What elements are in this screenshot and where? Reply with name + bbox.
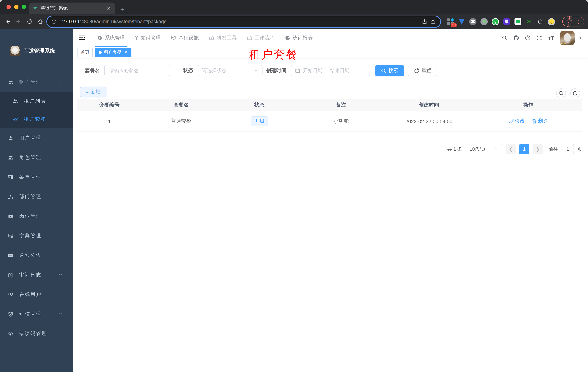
add-button[interactable]: + 新增 <box>80 86 106 97</box>
cell-package-name: 普通套餐 <box>142 111 220 131</box>
goto-page-input[interactable] <box>562 144 574 154</box>
browser-menu-icon[interactable]: ⋮ <box>576 19 581 24</box>
extension-record-icon[interactable] <box>481 18 488 25</box>
caret-down-icon[interactable]: ▼ <box>578 36 582 40</box>
table-header-row: 套餐编号 套餐名 状态 备注 创建时间 操作 <box>77 99 582 111</box>
tree-icon <box>8 194 13 200</box>
sidebar-item-tenant-list[interactable]: 租户列表 <box>0 92 73 110</box>
sidebar-item-sms-management[interactable]: 短信管理 ﹀ <box>0 304 73 324</box>
top-menu-dev-tools[interactable]: 研发工具 <box>204 29 242 47</box>
back-button[interactable] <box>4 16 11 27</box>
sidebar-item-notice[interactable]: 通知公告 <box>0 245 73 265</box>
address-bar[interactable]: 127.0.0.1:48080/admin-ui/system/tenant/p… <box>47 16 441 27</box>
end-date-placeholder[interactable]: 结束日期 <box>330 67 350 74</box>
sidebar-item-dict-management[interactable]: 字典管理 <box>0 226 73 245</box>
table-row: 111 普通套餐 开启 小功能 2022-02-22 00:54:00 修改 <box>77 111 582 131</box>
url-text[interactable]: 127.0.0.1:48080/admin-ui/system/tenant/p… <box>60 19 419 24</box>
top-menu-report[interactable]: 统计报表 <box>280 29 318 47</box>
delete-link[interactable]: 删除 <box>531 118 548 124</box>
site-info-icon[interactable] <box>52 19 57 24</box>
extension-grid-icon[interactable]: 10 <box>447 18 454 25</box>
status-select[interactable]: 请选择状态 ﹀ <box>198 65 262 76</box>
status-badge[interactable]: 开启 <box>251 116 268 127</box>
sidebar-item-label: 通知公告 <box>19 252 42 259</box>
edit-link[interactable]: 修改 <box>509 118 525 124</box>
sidebar-item-role-management[interactable]: 角色管理 <box>0 148 73 167</box>
sidebar-logo[interactable]: 芋道管理系统 <box>0 29 73 73</box>
extension-star-icon[interactable]: ✶ <box>525 18 533 25</box>
tag-home[interactable]: 首页 <box>77 48 93 57</box>
top-menu-pay[interactable]: ¥ 支付管理 <box>130 29 166 47</box>
window-controls[interactable] <box>7 5 26 9</box>
date-range-picker[interactable]: 开始日期 - 结束日期 <box>291 65 370 76</box>
share-icon[interactable] <box>422 19 427 24</box>
reload-button[interactable] <box>25 16 33 27</box>
lashes-icon <box>12 116 18 122</box>
sidebar-item-online-users[interactable]: 在线用户 <box>0 285 73 304</box>
sidebar-item-tenant-package[interactable]: 租户套餐 <box>0 110 73 128</box>
browser-update-button[interactable]: 更新 ⋮ <box>562 17 584 26</box>
sidebar-item-error-code[interactable]: 错误码管理 <box>0 324 73 343</box>
search-icon[interactable] <box>502 35 507 41</box>
favicon-sprout-icon <box>32 6 38 11</box>
page-title: 租户套餐 <box>249 47 298 62</box>
sidebar-item-user-management[interactable]: 用户管理 <box>0 128 73 148</box>
sidebar-item-dept-management[interactable]: 部门管理 <box>0 187 73 206</box>
next-page-button[interactable]: ❯ <box>533 144 543 154</box>
new-tab-button[interactable]: + <box>120 6 124 13</box>
extension-shield-icon[interactable] <box>503 18 510 25</box>
sidebar-item-label: 岗位管理 <box>19 213 42 220</box>
top-menu-label: 统计报表 <box>293 35 313 41</box>
pagination: 共 1 条 10条/页 ﹀ ❮ 1 ❯ 前往 页 <box>447 144 582 154</box>
top-menu: 系统管理 ¥ 支付管理 基础设施 研发工具 <box>92 29 318 47</box>
sidebar-item-audit-log[interactable]: 审计日志 ﹀ <box>0 265 73 285</box>
current-page-button[interactable]: 1 <box>519 144 529 154</box>
reset-button[interactable]: 重置 <box>408 65 437 76</box>
top-menu-infra[interactable]: 基础设施 <box>166 29 204 47</box>
start-date-placeholder[interactable]: 开始日期 <box>303 67 323 74</box>
top-menu-label: 基础设施 <box>178 35 199 41</box>
extensions-area: 10 ⌘ y ✶ ⬡ <box>447 18 555 25</box>
github-icon[interactable] <box>513 35 519 41</box>
logo-image <box>10 46 20 56</box>
font-size-icon[interactable]: ᴛT <box>548 35 554 41</box>
package-name-input-wrap <box>104 65 170 76</box>
extension-gem-icon[interactable] <box>458 18 465 25</box>
avatar[interactable]: 0:30 <box>560 31 575 45</box>
forward-button[interactable] <box>14 16 22 27</box>
extension-emoji-icon[interactable] <box>548 18 555 25</box>
show-search-icon-button[interactable] <box>556 88 566 98</box>
extension-command-icon[interactable]: ⌘ <box>469 18 477 25</box>
browser-tabstrip: 芋道管理系统 ✕ + <box>0 0 588 14</box>
home-button[interactable] <box>36 16 44 27</box>
tag-close-icon[interactable]: ✕ <box>124 50 127 55</box>
page-size-select[interactable]: 10条/页 ﹀ <box>466 144 502 154</box>
fullscreen-icon[interactable] <box>536 35 542 41</box>
sidebar-item-post-management[interactable]: 岗位管理 <box>0 206 73 226</box>
browser-tab[interactable]: 芋道管理系统 ✕ <box>29 2 115 14</box>
extension-chat-icon[interactable] <box>514 18 522 25</box>
refresh-table-icon-button[interactable] <box>570 88 580 98</box>
tab-close-icon[interactable]: ✕ <box>106 6 112 11</box>
prev-page-button[interactable]: ❮ <box>506 144 515 154</box>
close-window-button[interactable] <box>7 5 11 9</box>
minimize-window-button[interactable] <box>14 5 19 9</box>
tag-tenant-package[interactable]: 租户套餐 ✕ <box>95 48 131 57</box>
sidebar-item-label: 短信管理 <box>19 311 42 317</box>
extension-y-icon[interactable]: y <box>492 18 499 25</box>
sidebar-item-menu-management[interactable]: 菜单管理 <box>0 167 73 187</box>
filter-name-label: 套餐名 <box>85 67 100 74</box>
navbar-right: ᴛT 0:30 ▼ <box>502 31 582 45</box>
search-button[interactable]: 搜索 <box>375 65 404 76</box>
maximize-window-button[interactable] <box>22 5 26 9</box>
top-menu-system[interactable]: 系统管理 <box>92 29 130 47</box>
package-name-input[interactable] <box>109 68 166 74</box>
bookmark-star-icon[interactable] <box>430 19 436 24</box>
sidebar-item-tenant-management[interactable]: 租户管理 ︿ <box>0 73 73 92</box>
help-icon[interactable] <box>525 35 530 41</box>
top-menu-workflow[interactable]: 工作流程 <box>242 29 280 47</box>
extension-puzzle-icon[interactable]: ⬡ <box>537 18 544 25</box>
sidebar-collapse-icon[interactable] <box>79 34 85 41</box>
edit-label: 修改 <box>515 118 525 124</box>
pagination-total: 共 1 条 <box>447 146 462 152</box>
